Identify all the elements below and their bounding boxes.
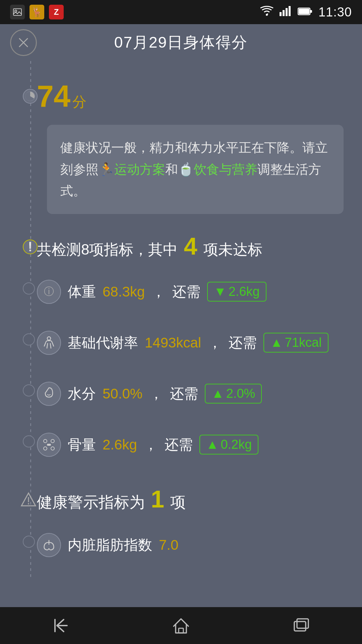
health-warn-text: 健康警示指标为 1 项 [37, 487, 186, 513]
bmr-tag-dir: ▲ [270, 335, 283, 350]
svg-rect-22 [294, 622, 306, 631]
weight-label: 体重 [68, 282, 96, 301]
score-number: 74 [37, 81, 70, 111]
bone-tag-dir: ▲ [206, 437, 219, 452]
weight-sep: ， [152, 282, 166, 301]
visceral-fat-value: 7.0 [159, 537, 178, 553]
metric-bone-row: 骨量 2.6kg ， 还需 ▲ 0.2kg [37, 433, 342, 457]
water-value: 50.0% [103, 386, 142, 402]
visceral-fat-label: 内脏脂肪指数 [68, 536, 152, 554]
time-display: 11:30 [318, 5, 352, 19]
exercise-link[interactable]: 🏃运动方案 [99, 162, 165, 176]
bone-icon [37, 433, 61, 457]
bmr-sep: ， [208, 333, 222, 352]
water-tag: ▲ 2.0% [205, 384, 262, 404]
bmr-tag: ▲ 71kcal [263, 333, 328, 353]
metric-weight-row: ⓘ 体重 68.3kg ， 还需 ▼ 2.6kg [37, 280, 342, 304]
metric-water-dot [23, 384, 35, 396]
metric-water-section: 水分 50.0% ， 还需 ▲ 2.0% [0, 372, 362, 423]
weight-need: 还需 [172, 282, 200, 301]
metric-bmr-section: 基础代谢率 1493kcal ， 还需 ▲ 71kcal [0, 321, 362, 372]
svg-rect-0 [13, 9, 21, 15]
water-sep: ， [149, 384, 163, 403]
svg-rect-3 [280, 12, 282, 16]
water-need: 还需 [170, 384, 198, 403]
svg-point-15 [51, 439, 54, 443]
visceral-fat-row: 内脏脂肪指数 7.0 [37, 533, 342, 557]
weight-value: 68.3kg [103, 284, 145, 300]
water-icon [37, 382, 61, 406]
diet-link[interactable]: 🍵饮食与营养 [178, 162, 257, 176]
deer-icon: 🦌 [29, 5, 44, 19]
description-box: 健康状况一般，精力和体力水平正在下降。请立刻参照🏃运动方案和🍵饮食与营养调整生活… [47, 125, 344, 214]
svg-point-16 [44, 447, 47, 450]
score-section: 74 分 [0, 68, 362, 121]
svg-rect-23 [297, 619, 308, 628]
svg-rect-6 [289, 6, 291, 16]
water-label: 水分 [68, 384, 96, 403]
visceral-fat-icon [37, 533, 61, 557]
weight-tag: ▼ 2.6kg [207, 282, 266, 302]
bmr-label: 基础代谢率 [68, 333, 138, 352]
status-bar: 🦌 Z [0, 0, 362, 24]
health-warn-count: 1 [151, 487, 164, 511]
svg-rect-21 [179, 628, 183, 633]
metric-bmr-dot [23, 333, 35, 345]
svg-point-20 [28, 503, 29, 504]
water-tag-dir: ▲ [212, 386, 224, 401]
wifi-icon [260, 5, 274, 19]
metric-weight-dot [23, 282, 35, 294]
health-warn-dot [20, 491, 37, 508]
score-unit: 分 [72, 93, 86, 111]
water-tag-value: 2.0% [226, 386, 255, 401]
z-icon: Z [49, 5, 64, 19]
metric-water-row: 水分 50.0% ， 还需 ▲ 2.0% [37, 382, 342, 406]
status-right: 11:30 [260, 5, 352, 19]
svg-point-13 [47, 337, 51, 340]
metric-bone-section: 骨量 2.6kg ， 还需 ▲ 0.2kg [0, 423, 362, 474]
metric-weight-section: ⓘ 体重 68.3kg ， 还需 ▼ 2.6kg [0, 270, 362, 321]
health-warn-suffix: 项 [170, 492, 186, 513]
bone-need: 还需 [165, 435, 193, 454]
status-left-icons: 🦌 Z [10, 5, 64, 19]
svg-point-17 [51, 447, 54, 450]
svg-rect-4 [283, 10, 285, 16]
weight-tag-dir: ▼ [214, 284, 227, 299]
exclamation-icon: ❕ [25, 241, 36, 252]
visceral-fat-section: 内脏脂肪指数 7.0 [0, 523, 362, 604]
score-display: 74 分 [37, 81, 86, 111]
bone-tag-value: 0.2kg [221, 437, 252, 452]
bmr-value: 1493kcal [145, 335, 201, 351]
bmr-need: 还需 [229, 333, 257, 352]
health-warning-section: 健康警示指标为 1 项 [0, 474, 362, 523]
metric-bone-dot [23, 435, 35, 447]
svg-point-14 [44, 439, 47, 443]
summary-section: ❕ 共检测8项指标，其中 4 项未达标 [0, 224, 362, 270]
bone-tag: ▲ 0.2kg [199, 435, 259, 454]
recents-button[interactable] [285, 614, 318, 637]
close-button[interactable] [10, 29, 37, 56]
summary-count: 4 [184, 234, 197, 258]
score-dot [23, 89, 38, 104]
back-button[interactable] [44, 614, 77, 637]
bone-value: 2.6kg [103, 437, 137, 453]
main-content: 74 分 健康状况一般，精力和体力水平正在下降。请立刻参照🏃运动方案和🍵饮食与营… [0, 61, 362, 618]
summary-suffix: 项未达标 [203, 240, 262, 260]
bmr-tag-value: 71kcal [285, 335, 322, 350]
svg-point-2 [266, 14, 268, 16]
metric-bmr-row: 基础代谢率 1493kcal ， 还需 ▲ 71kcal [37, 331, 342, 355]
health-warn-prefix: 健康警示指标为 [37, 492, 145, 513]
summary-text: 共检测8项指标，其中 4 项未达标 [37, 234, 262, 260]
summary-dot: ❕ [23, 239, 38, 254]
header: 07月29日身体得分 [0, 24, 362, 61]
home-button[interactable] [164, 614, 198, 637]
svg-point-1 [15, 10, 17, 12]
weight-tag-value: 2.6kg [229, 284, 260, 299]
bone-sep: ， [144, 435, 158, 454]
svg-rect-9 [310, 10, 312, 13]
svg-rect-5 [286, 8, 288, 16]
weight-icon: ⓘ [37, 280, 61, 304]
image-icon [10, 5, 25, 19]
page-title: 07月29日身体得分 [114, 32, 248, 53]
bone-label: 骨量 [68, 435, 96, 454]
